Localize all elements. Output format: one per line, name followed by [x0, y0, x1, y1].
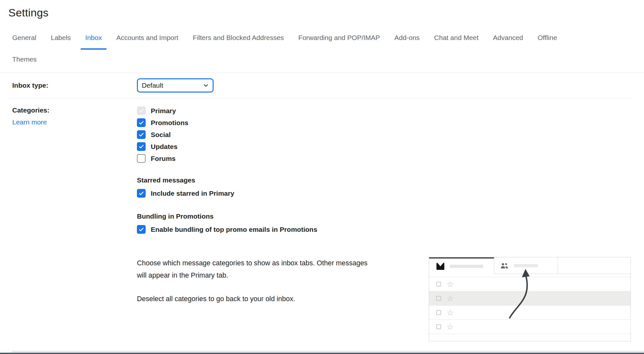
inbox-tabs-illustration: ☆☆☆☆: [429, 257, 631, 341]
figure-gap: [429, 274, 630, 277]
tab-forwarding-and-pop-imap[interactable]: Forwarding and POP/IMAP: [298, 34, 380, 42]
categories-section: Categories: Learn more PrimaryPromotions…: [12, 106, 644, 341]
tabs-divider: [0, 73, 644, 73]
figure-tab-label-placeholder: [514, 264, 538, 267]
category-label-social: Social: [151, 131, 171, 139]
category-label-primary: Primary: [151, 107, 176, 115]
category-label-forums: Forums: [151, 155, 176, 162]
window-bottom-edge: [0, 353, 644, 354]
settings-tabs: GeneralLabelsInboxAccounts and ImportFil…: [12, 34, 644, 63]
category-label-updates: Updates: [151, 143, 178, 151]
include-starred-checkbox[interactable]: [137, 189, 146, 198]
gmail-settings-page: Settings GeneralLabelsInboxAccounts and …: [0, 0, 644, 354]
figure-social-tab: [494, 257, 558, 274]
figure-primary-tab: [429, 257, 494, 274]
inbox-type-value: Default: [142, 82, 163, 89]
category-checkbox-forums[interactable]: [137, 154, 146, 163]
category-row-updates: Updates: [137, 142, 631, 151]
categories-label: Categories:: [12, 106, 137, 114]
description-paragraph-2: Deselect all categories to go back to yo…: [137, 293, 368, 305]
chevron-down-icon: [202, 82, 209, 89]
starred-option-label: Include starred in Primary: [151, 190, 234, 197]
star-icon: ☆: [447, 323, 454, 331]
figure-email-row: ☆: [429, 291, 630, 305]
figure-tab-label-placeholder: [450, 265, 483, 268]
bottom-divider: [12, 351, 644, 352]
tab-accounts-and-import[interactable]: Accounts and Import: [116, 34, 178, 42]
category-row-social: Social: [137, 130, 631, 139]
category-checkbox-primary: [137, 106, 146, 115]
people-icon: [500, 262, 509, 269]
tab-filters-and-blocked-addresses[interactable]: Filters and Blocked Addresses: [193, 34, 284, 42]
description-and-figure: Choose which message categories to show …: [137, 257, 631, 341]
description-paragraph-1: Choose which message categories to show …: [137, 257, 368, 281]
bundling-option-label: Enable bundling of top promo emails in P…: [151, 226, 317, 233]
category-row-primary: Primary: [137, 106, 631, 115]
tab-labels[interactable]: Labels: [51, 34, 71, 42]
bundling-heading: Bundling in Promotions: [137, 212, 631, 220]
tab-add-ons[interactable]: Add-ons: [394, 34, 419, 42]
star-icon: ☆: [447, 280, 454, 288]
learn-more-link[interactable]: Learn more: [12, 118, 47, 126]
figure-email-row: ☆: [429, 305, 630, 320]
tab-themes[interactable]: Themes: [12, 55, 37, 63]
star-icon: ☆: [447, 294, 454, 302]
figure-tab-bar: [429, 257, 630, 274]
page-title: Settings: [0, 0, 644, 19]
figure-checkbox-icon: [436, 310, 441, 315]
category-list: PrimaryPromotionsSocialUpdatesForums: [137, 106, 631, 163]
category-label-promotions: Promotions: [151, 119, 188, 127]
tab-offline[interactable]: Offline: [538, 34, 557, 42]
figure-email-rows: ☆☆☆☆: [429, 277, 630, 334]
figure-checkbox-icon: [436, 324, 441, 329]
category-row-promotions: Promotions: [137, 118, 631, 127]
tabs-row-1: GeneralLabelsInboxAccounts and ImportFil…: [12, 34, 644, 42]
inbox-type-select[interactable]: Default: [137, 78, 214, 93]
categories-description: Choose which message categories to show …: [137, 257, 368, 305]
bundling-option-row: Enable bundling of top promo emails in P…: [137, 225, 631, 234]
tab-advanced[interactable]: Advanced: [493, 34, 523, 42]
tab-inbox[interactable]: Inbox: [85, 34, 102, 42]
category-checkbox-social[interactable]: [137, 130, 146, 139]
category-row-forums: Forums: [137, 154, 631, 163]
inbox-type-label: Inbox type:: [12, 82, 48, 89]
tab-general[interactable]: General: [12, 34, 36, 42]
figure-email-row: ☆: [429, 277, 630, 291]
figure-checkbox-icon: [436, 296, 441, 301]
tab-chat-and-meet[interactable]: Chat and Meet: [434, 34, 479, 42]
figure-tab-bar-spacer: [558, 257, 630, 274]
starred-heading: Starred messages: [137, 176, 631, 184]
star-icon: ☆: [447, 309, 454, 317]
inbox-icon: [436, 262, 445, 270]
category-checkbox-promotions[interactable]: [137, 118, 146, 127]
starred-option-row: Include starred in Primary: [137, 189, 631, 198]
figure-checkbox-icon: [436, 282, 441, 287]
figure-email-row-partial: [429, 334, 630, 342]
inbox-type-row: Inbox type: Default: [12, 78, 644, 93]
figure-email-row: ☆: [429, 320, 630, 334]
category-checkbox-updates[interactable]: [137, 142, 146, 151]
tabs-row-2: Themes: [12, 55, 644, 63]
section-divider: [10, 98, 631, 98]
enable-bundling-checkbox[interactable]: [137, 225, 146, 234]
